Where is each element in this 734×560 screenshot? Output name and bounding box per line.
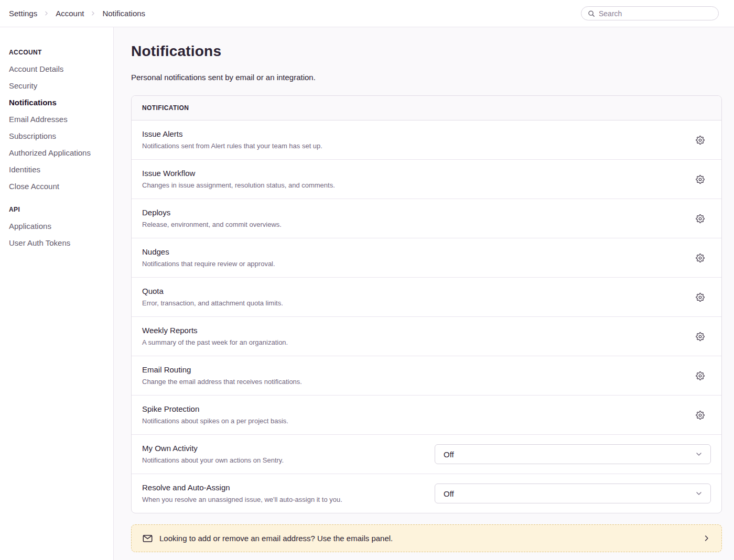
notification-settings-button[interactable] — [693, 212, 707, 226]
gear-icon — [696, 411, 705, 420]
notification-description: When you resolve an unassigned issue, we… — [142, 496, 424, 504]
breadcrumb-item-settings[interactable]: Settings — [9, 9, 37, 18]
sidebar-section: ACCOUNT Account DetailsSecurityNotificat… — [9, 49, 108, 191]
sidebar-item-email-addresses[interactable]: Email Addresses — [9, 115, 108, 124]
gear-icon — [696, 293, 705, 302]
notification-title: Issue Alerts — [142, 129, 683, 139]
notification-row-text: Nudges Notifications that require review… — [142, 247, 693, 268]
panel-header: NOTIFICATION — [132, 96, 721, 120]
sidebar-item-authorized-applications[interactable]: Authorized Applications — [9, 148, 108, 157]
notification-description: Change the email address that receives n… — [142, 378, 683, 386]
sidebar-item-notifications[interactable]: Notifications — [9, 98, 108, 107]
breadcrumb-separator-icon — [90, 10, 96, 17]
sidebar-item-close-account[interactable]: Close Account — [9, 182, 108, 191]
sidebar-section: API ApplicationsUser Auth Tokens — [9, 206, 108, 247]
breadcrumb-separator-icon — [43, 10, 50, 17]
notification-row-text: Issue Alerts Notifications sent from Ale… — [142, 129, 693, 150]
gear-icon — [696, 175, 705, 184]
banner-text: Looking to add or remove an email addres… — [159, 534, 696, 543]
breadcrumb-item-account[interactable]: Account — [56, 9, 84, 18]
chevron-right-icon — [703, 534, 710, 542]
notification-title: Weekly Reports — [142, 326, 683, 335]
select-value: Off — [444, 450, 454, 459]
notification-title: Issue Workflow — [142, 169, 683, 178]
notification-description: Changes in issue assignment, resolution … — [142, 181, 683, 190]
sidebar-sections: ACCOUNT Account DetailsSecurityNotificat… — [9, 49, 108, 247]
notification-settings-button[interactable] — [693, 133, 707, 147]
notification-title: Quota — [142, 287, 683, 296]
sidebar-item-identities[interactable]: Identities — [9, 165, 108, 174]
notification-settings-button[interactable] — [693, 369, 707, 383]
notification-title: Spike Protection — [142, 404, 683, 414]
notification-row-resolve-and-auto-assign: Resolve and Auto-Assign When you resolve… — [132, 474, 721, 513]
envelope-icon — [143, 534, 153, 543]
notification-description: Notifications about your own actions on … — [142, 456, 424, 465]
sidebar: ACCOUNT Account DetailsSecurityNotificat… — [0, 27, 114, 560]
gear-icon — [696, 214, 705, 223]
page-layout: ACCOUNT Account DetailsSecurityNotificat… — [0, 27, 734, 560]
notification-row-my-own-activity: My Own Activity Notifications about your… — [132, 434, 721, 474]
notification-row-weekly-reports: Weekly Reports A summary of the past wee… — [132, 316, 721, 356]
main-content: Notifications Personal notifications sen… — [114, 27, 734, 560]
sidebar-section-items: ApplicationsUser Auth Tokens — [9, 222, 108, 247]
sidebar-item-subscriptions[interactable]: Subscriptions — [9, 131, 108, 140]
sidebar-item-user-auth-tokens[interactable]: User Auth Tokens — [9, 238, 108, 247]
select-value: Off — [444, 489, 454, 498]
notification-row-text: Spike Protection Notifications about spi… — [142, 404, 693, 425]
notification-title: Deploys — [142, 208, 683, 217]
top-header: Settings Account Notifications — [0, 0, 734, 27]
sidebar-item-security[interactable]: Security — [9, 81, 108, 90]
notification-title: Resolve and Auto-Assign — [142, 483, 424, 492]
notification-description: Notifications about spikes on a per proj… — [142, 417, 683, 425]
notification-select[interactable]: Off — [435, 484, 711, 503]
sidebar-section-title: API — [9, 206, 108, 213]
notifications-panel: NOTIFICATION Issue Alerts Notifications … — [131, 95, 722, 513]
notification-settings-button[interactable] — [693, 330, 707, 344]
notification-title: Nudges — [142, 247, 683, 257]
notification-row-spike-protection: Spike Protection Notifications about spi… — [132, 395, 721, 434]
notification-row-text: Quota Error, transaction, and attachment… — [142, 287, 693, 308]
gear-icon — [696, 254, 705, 262]
email-banner[interactable]: Looking to add or remove an email addres… — [131, 524, 722, 552]
notification-row-text: My Own Activity Notifications about your… — [142, 444, 435, 465]
search-icon — [588, 10, 595, 17]
notification-row-issue-alerts: Issue Alerts Notifications sent from Ale… — [132, 120, 721, 159]
sidebar-item-applications[interactable]: Applications — [9, 222, 108, 230]
page-subtitle: Personal notifications sent by email or … — [131, 73, 722, 82]
notification-settings-button[interactable] — [693, 251, 707, 265]
sidebar-item-account-details[interactable]: Account Details — [9, 64, 108, 73]
notification-description: A summary of the past week for an organi… — [142, 338, 683, 347]
notification-title: Email Routing — [142, 365, 683, 375]
breadcrumb-item-notifications[interactable]: Notifications — [102, 9, 145, 18]
notification-settings-button[interactable] — [693, 408, 707, 422]
notification-settings-button[interactable] — [693, 290, 707, 304]
notification-settings-button[interactable] — [693, 172, 707, 186]
notification-row-text: Deploys Release, environment, and commit… — [142, 208, 693, 229]
notification-row-email-routing: Email Routing Change the email address t… — [132, 356, 721, 395]
breadcrumb: Settings Account Notifications — [9, 9, 145, 18]
notification-row-text: Issue Workflow Changes in issue assignme… — [142, 169, 693, 190]
chevron-down-icon — [695, 450, 703, 458]
notification-description: Notifications sent from Alert rules that… — [142, 142, 683, 150]
gear-icon — [696, 332, 705, 341]
chevron-down-icon — [695, 489, 703, 498]
notification-row-deploys: Deploys Release, environment, and commit… — [132, 199, 721, 238]
sidebar-section-items: Account DetailsSecurityNotificationsEmai… — [9, 64, 108, 191]
notification-row-text: Resolve and Auto-Assign When you resolve… — [142, 483, 435, 504]
page-title: Notifications — [131, 43, 722, 60]
notification-description: Error, transaction, and attachment quota… — [142, 299, 683, 308]
notification-select[interactable]: Off — [435, 444, 711, 464]
notification-description: Release, environment, and commit overvie… — [142, 221, 683, 229]
notification-row-text: Weekly Reports A summary of the past wee… — [142, 326, 693, 347]
notification-row-quota: Quota Error, transaction, and attachment… — [132, 277, 721, 316]
panel-rows: Issue Alerts Notifications sent from Ale… — [132, 120, 721, 513]
notification-description: Notifications that require review or app… — [142, 260, 683, 268]
search-input[interactable] — [599, 9, 712, 18]
gear-icon — [696, 371, 705, 380]
gear-icon — [696, 136, 705, 145]
sidebar-section-title: ACCOUNT — [9, 49, 108, 56]
notification-row-issue-workflow: Issue Workflow Changes in issue assignme… — [132, 159, 721, 199]
notification-row-text: Email Routing Change the email address t… — [142, 365, 693, 386]
notification-row-nudges: Nudges Notifications that require review… — [132, 238, 721, 277]
search-box[interactable] — [581, 6, 719, 20]
